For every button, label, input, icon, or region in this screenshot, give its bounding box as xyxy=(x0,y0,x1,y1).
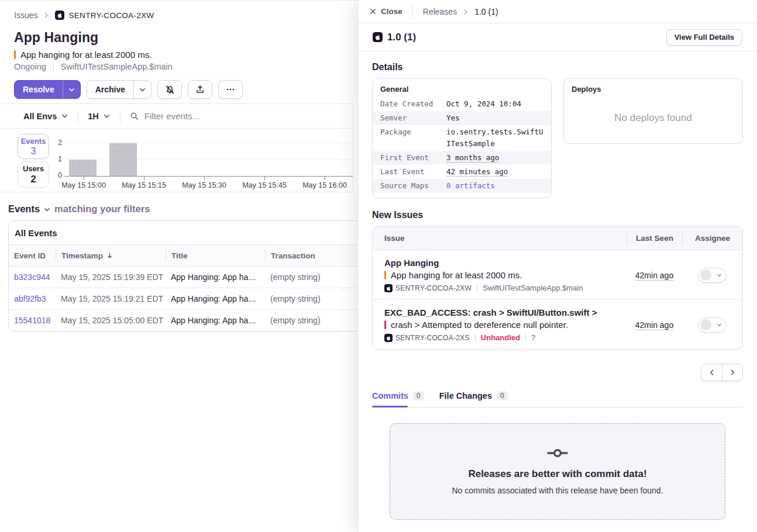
resolve-dropdown-button[interactable] xyxy=(63,81,80,98)
more-actions-button[interactable] xyxy=(218,80,243,99)
column-header-timestamp[interactable]: Timestamp xyxy=(56,250,166,261)
event-id-link[interactable]: abf92fb3 xyxy=(9,294,56,303)
timeframe-filter-label: 1H xyxy=(88,112,99,121)
column-header-title[interactable]: Title xyxy=(166,250,265,261)
archive-dropdown-button[interactable] xyxy=(133,81,151,98)
axis-tick-mark xyxy=(204,177,205,180)
event-table-row: b323c944 May 15, 2025 15:19:39 EDT App H… xyxy=(9,266,357,288)
details-cards: General Date Created Oct 9, 2024 10:04 S… xyxy=(372,78,743,198)
all-events-table: All Events Event ID Timestamp Title Tran… xyxy=(8,220,357,331)
unassigned-avatar-icon xyxy=(700,319,711,330)
source-maps-link[interactable]: 0 artifacts xyxy=(446,180,543,192)
chevron-down-icon xyxy=(61,112,68,120)
help-icon[interactable]: ? xyxy=(531,333,535,342)
tab-file-changes-count: 0 xyxy=(497,391,508,400)
issue-row-meta: SENTRY-COCOA-2XW SwiftUITestSampleApp.$m… xyxy=(384,284,627,292)
next-page-button[interactable] xyxy=(722,364,742,381)
gridline xyxy=(66,143,353,143)
kv-value: 3 months ago xyxy=(446,152,543,164)
gridline xyxy=(66,159,353,160)
chevron-down-icon[interactable] xyxy=(43,206,51,213)
timeframe-filter[interactable]: 1H xyxy=(88,112,111,121)
y-axis-tick: 1 xyxy=(50,155,62,163)
event-table-row: abf92fb3 May 15, 2025 15:19:21 EDT App H… xyxy=(9,288,357,309)
event-timestamp: May 15, 2025 15:19:21 EDT xyxy=(56,294,166,303)
events-heading-label[interactable]: Events xyxy=(8,203,40,215)
apple-platform-icon xyxy=(55,11,64,20)
event-id-link[interactable]: 15541018 xyxy=(9,316,56,325)
kv-row: Package io.sentry.tests.SwiftUITestSampl… xyxy=(373,125,551,151)
close-icon xyxy=(369,8,377,15)
issue-details-page: Issues SENTRY-COCOA-2XW App Hanging App … xyxy=(0,0,357,532)
chevron-down-icon xyxy=(716,322,722,328)
environment-filter[interactable]: All Envs xyxy=(23,112,68,121)
issue-meta-row: Ongoing SwiftUITestSampleApp.$main xyxy=(14,62,343,71)
event-table-row: 15541018 May 15, 2025 15:05:00 EDT App H… xyxy=(9,309,357,331)
archive-split-button: Archive xyxy=(87,80,152,99)
mute-button[interactable] xyxy=(157,80,182,99)
project-slug: SENTRY-COCOA-2XS xyxy=(384,334,470,342)
archive-button[interactable]: Archive xyxy=(87,81,133,98)
view-full-details-button[interactable]: View Full Details xyxy=(666,29,742,46)
filter-events-input[interactable] xyxy=(144,111,297,121)
kv-key: Last Event xyxy=(380,166,446,178)
axis-tick-mark xyxy=(264,177,265,180)
issue-row-title[interactable]: App Hanging xyxy=(384,258,627,268)
general-card-title: General xyxy=(373,85,551,94)
chart-bar[interactable] xyxy=(69,160,97,176)
issue-title: App Hanging xyxy=(14,30,343,46)
deploys-empty-message: No deploys found xyxy=(564,97,742,139)
tab-commits[interactable]: Commits 0 xyxy=(372,391,424,407)
assignee-dropdown[interactable] xyxy=(698,317,727,333)
divider xyxy=(78,110,78,122)
divider xyxy=(412,6,413,18)
release-tabs: Commits 0 File Changes 0 xyxy=(372,391,743,407)
breadcrumb-release-version: 1.0 (1) xyxy=(474,7,498,16)
commits-empty-state: Releases are better with commit data! No… xyxy=(390,423,725,520)
apple-platform-icon xyxy=(384,284,393,292)
kv-value: Oct 9, 2024 10:04 xyxy=(446,98,543,110)
unassigned-avatar-icon xyxy=(700,270,711,281)
issue-summary[interactable]: EXC_BAD_ACCESS: crash > SwiftUI/Button.s… xyxy=(373,308,627,342)
chevron-right-icon xyxy=(728,368,737,376)
release-drawer: Close Releases 1.0 (1) 1.0 (1) View Full… xyxy=(357,0,757,532)
events-table-header: Event ID Timestamp Title Transaction xyxy=(9,245,357,266)
breadcrumb-releases-link[interactable]: Releases xyxy=(423,7,457,16)
drawer-close-button[interactable]: Close xyxy=(369,7,402,16)
release-version-label: 1.0 (1) xyxy=(387,32,416,43)
issue-row-title[interactable]: EXC_BAD_ACCESS: crash > SwiftUI/Button.s… xyxy=(384,308,627,317)
chevron-right-icon xyxy=(43,12,50,19)
sentry-app: Issues SENTRY-COCOA-2XW App Hanging App … xyxy=(0,0,757,532)
kv-row: Last Event 42 minutes ago xyxy=(373,165,551,179)
divider xyxy=(53,63,54,71)
breadcrumb-issues-link[interactable]: Issues xyxy=(14,11,37,20)
chart-bar[interactable] xyxy=(109,143,137,176)
issue-header: Issues SENTRY-COCOA-2XW App Hanging App … xyxy=(0,1,357,71)
previous-page-button[interactable] xyxy=(701,364,722,381)
axis-tick-mark xyxy=(84,177,84,180)
tab-file-changes[interactable]: File Changes 0 xyxy=(439,391,508,407)
assignee-dropdown[interactable] xyxy=(698,268,727,283)
resolve-button[interactable]: Resolve xyxy=(15,81,63,98)
share-button[interactable] xyxy=(188,80,212,99)
x-axis-tick: May 15 16:00 xyxy=(294,181,353,189)
issue-main-column: All Envs 1H Events 3 xyxy=(0,103,353,192)
divider xyxy=(120,110,121,122)
new-issues-header: Issue Last Seen Assignee xyxy=(373,227,742,250)
column-header-event-id[interactable]: Event ID xyxy=(9,250,56,261)
event-id-link[interactable]: b323c944 xyxy=(9,272,56,282)
drawer-breadcrumb: Releases 1.0 (1) xyxy=(423,7,498,16)
kv-row: Semver Yes xyxy=(373,111,551,125)
axis-tick-mark xyxy=(325,177,325,180)
general-card: General Date Created Oct 9, 2024 10:04 S… xyxy=(372,78,552,198)
issue-summary[interactable]: App Hanging App hanging for at least 200… xyxy=(373,258,627,292)
commits-empty-subtitle: No commits associated with this release … xyxy=(452,486,663,495)
issue-message-row: App hanging for at least 2000 ms. xyxy=(14,50,343,60)
assignee-cell xyxy=(682,317,742,333)
last-seen-cell: 42min ago xyxy=(627,320,682,330)
event-graph-section: Events 3 Users 2 2 1 0 xyxy=(0,129,353,192)
column-header-transaction[interactable]: Transaction xyxy=(265,250,357,261)
breadcrumb-project[interactable]: SENTRY-COCOA-2XW xyxy=(55,11,154,20)
drawer-body: Details General Date Created Oct 9, 2024… xyxy=(358,51,757,520)
new-issues-heading: New Issues xyxy=(372,210,743,220)
